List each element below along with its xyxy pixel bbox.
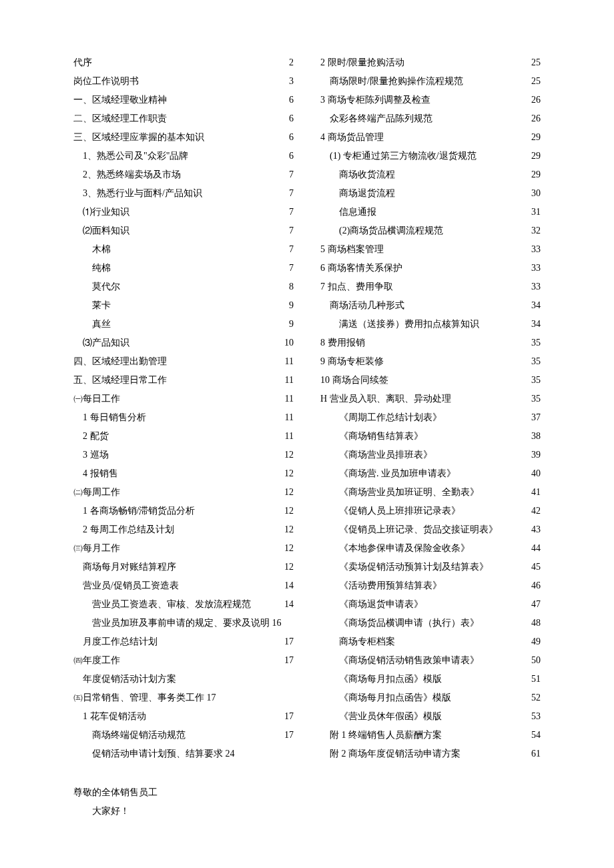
toc-page: 42 <box>526 502 541 520</box>
toc-page: 6 <box>284 147 294 165</box>
toc-row: 三、区域经理应掌握的基本知识6 <box>73 128 294 147</box>
toc-row: 《商场每月扣点函》模版51 <box>320 670 541 689</box>
toc-page: 53 <box>526 707 541 726</box>
toc-page: 35 <box>526 334 541 352</box>
toc-label: ⑵面料知识 <box>73 222 129 240</box>
toc-label: 木棉 <box>73 240 111 259</box>
toc-row: 6 商场客情关系保护33 <box>320 259 541 278</box>
toc-row: 《促销人员上班排班记录表》42 <box>320 502 541 520</box>
toc-page: 7 <box>284 259 294 278</box>
toc-page: 41 <box>526 483 541 502</box>
toc-row: 《周期工作总结计划表》37 <box>320 408 541 427</box>
toc-label: 《促销人员上班排班记录表》 <box>320 502 460 520</box>
toc-page: 12 <box>279 558 294 576</box>
toc-row: 《商场货品横调申请（执行）表》48 <box>320 614 541 632</box>
footer-line-2: 大家好！ <box>73 802 541 821</box>
toc-page: 52 <box>526 689 541 707</box>
toc-row: 1 各商场畅销/滞销货品分析12 <box>73 502 294 520</box>
toc-columns: 代序2岗位工作说明书3一、区域经理敬业精神6二、区域经理工作职责6三、区域经理应… <box>73 53 541 763</box>
toc-page: 49 <box>526 632 541 651</box>
toc-row: 9 商场专柜装修35 <box>320 352 541 371</box>
toc-page: 17 <box>279 632 294 651</box>
toc-label: 《活动费用预算结算表》 <box>320 576 442 595</box>
toc-page: 25 <box>526 53 541 72</box>
toc-label: 2、熟悉终端卖场及市场 <box>73 165 181 184</box>
toc-page: 14 <box>279 595 294 614</box>
toc-label: ㈤日常销售、管理、事务类工作 17 <box>73 689 216 707</box>
toc-page: 9 <box>284 296 294 315</box>
toc-row: 《商场销售结算表》38 <box>320 427 541 446</box>
toc-label: ㈠每日工作 <box>73 390 120 408</box>
toc-row: 二、区域经理工作职责6 <box>73 109 294 128</box>
toc-label: 商场退货流程 <box>320 184 395 203</box>
toc-row: 2、熟悉终端卖场及市场7 <box>73 165 294 184</box>
toc-label: ⑶产品知识 <box>73 334 129 352</box>
toc-row: 附 1 终端销售人员薪酬方案54 <box>320 726 541 745</box>
toc-row: 《商场营业员加班证明、全勤表》41 <box>320 483 541 502</box>
toc-page: 33 <box>526 278 541 296</box>
toc-label: 五、区域经理日常工作 <box>73 371 167 390</box>
toc-page: 48 <box>526 614 541 632</box>
toc-label: 莱卡 <box>73 296 111 315</box>
toc-label: 《营业员休年假函》模版 <box>320 707 442 726</box>
toc-row: 《本地参保申请及保险金收条》44 <box>320 539 541 558</box>
toc-row: 10 商场合同续签35 <box>320 371 541 390</box>
toc-right-column: 2 限时/限量抢购活动25商场限时/限量抢购操作流程规范253 商场专柜陈列调整… <box>320 53 541 763</box>
toc-row: ㈤日常销售、管理、事务类工作 17 <box>73 689 294 707</box>
toc-row: 《商场退货申请表》47 <box>320 595 541 614</box>
toc-row: 代序2 <box>73 53 294 72</box>
toc-page: 6 <box>284 109 294 128</box>
toc-label: 商场每月对账结算程序 <box>73 558 176 576</box>
toc-left-column: 代序2岗位工作说明书3一、区域经理敬业精神6二、区域经理工作职责6三、区域经理应… <box>73 53 294 763</box>
toc-label: 商场收货流程 <box>320 165 395 184</box>
toc-label: 《商场营业员加班证明、全勤表》 <box>320 483 479 502</box>
toc-page: 31 <box>526 203 541 222</box>
toc-page: 12 <box>279 446 294 464</box>
toc-page: 12 <box>279 464 294 483</box>
toc-label: 信息通报 <box>320 203 376 222</box>
toc-row: 3 巡场12 <box>73 446 294 464</box>
toc-row: 商场终端促销活动规范17 <box>73 726 294 745</box>
toc-row: 5 商场档案管理33 <box>320 240 541 259</box>
toc-label: 四、区域经理出勤管理 <box>73 352 167 371</box>
toc-row: 真丝9 <box>73 315 294 334</box>
toc-label: 营业员加班及事前申请的规定、要求及说明 16 <box>73 614 282 632</box>
toc-row: 营业员/促销员工资造表14 <box>73 576 294 595</box>
toc-row: 8 费用报销35 <box>320 334 541 352</box>
toc-label: 6 商场客情关系保护 <box>320 259 402 278</box>
toc-row: 商场每月对账结算程序12 <box>73 558 294 576</box>
toc-row: 满送（送接券）费用扣点核算知识34 <box>320 315 541 334</box>
toc-row: 3 商场专柜陈列调整及检查26 <box>320 91 541 109</box>
toc-label: 《商场营. 业员加班申请表》 <box>320 464 456 483</box>
toc-page: 34 <box>526 315 541 334</box>
toc-row: 商场收货流程29 <box>320 165 541 184</box>
toc-page: 11 <box>280 390 294 408</box>
toc-label: 营业员工资造表、审核、发放流程规范 <box>73 595 251 614</box>
toc-row: ⑴行业知识7 <box>73 203 294 222</box>
toc-row: 营业员工资造表、审核、发放流程规范14 <box>73 595 294 614</box>
toc-page: 32 <box>526 222 541 240</box>
toc-label: 众彩各终端产品陈列规范 <box>320 109 432 128</box>
toc-label: 《商场每月扣点函告》模版 <box>320 689 451 707</box>
toc-row: 五、区域经理日常工作11 <box>73 371 294 390</box>
toc-page: 2 <box>284 53 294 72</box>
toc-label: 附 2 商场年度促销活动申请方案 <box>320 745 460 763</box>
toc-label: 三、区域经理应掌握的基本知识 <box>73 128 204 147</box>
toc-page: 10 <box>279 334 294 352</box>
toc-row: ⑶产品知识10 <box>73 334 294 352</box>
toc-label: 3、熟悉行业与面料/产品知识 <box>73 184 202 203</box>
toc-page: 17 <box>279 707 294 726</box>
toc-row: 《营业员休年假函》模版53 <box>320 707 541 726</box>
toc-row: 《商场营业员排班表》39 <box>320 446 541 464</box>
toc-page: 29 <box>526 147 541 165</box>
toc-row: 附 2 商场年度促销活动申请方案61 <box>320 745 541 763</box>
toc-label: 2 每周工作总结及计划 <box>73 520 174 539</box>
toc-row: ⑵面料知识7 <box>73 222 294 240</box>
toc-page: 12 <box>279 502 294 520</box>
toc-label: 纯棉 <box>73 259 111 278</box>
toc-page: 47 <box>526 595 541 614</box>
toc-label: 《商场货品横调申请（执行）表》 <box>320 614 479 632</box>
toc-label: 岗位工作说明书 <box>73 72 139 91</box>
toc-page: 7 <box>284 165 294 184</box>
toc-row: 年度促销活动计划方案 <box>73 670 294 689</box>
